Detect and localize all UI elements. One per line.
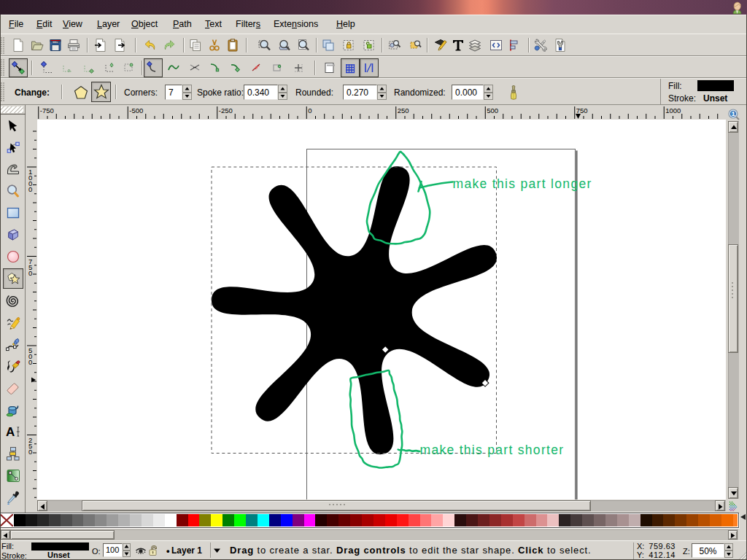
svg-text:-500: -500 bbox=[129, 106, 143, 114]
svg-text:0: 0 bbox=[28, 269, 32, 277]
svg-text:0: 0 bbox=[28, 358, 32, 366]
svg-text:make this part longer: make this part longer bbox=[453, 176, 592, 191]
svg-text:1: 1 bbox=[732, 110, 735, 117]
svg-text:750: 750 bbox=[576, 106, 588, 114]
svg-text:250: 250 bbox=[398, 106, 409, 114]
svg-text:0: 0 bbox=[28, 448, 32, 456]
svg-text:0: 0 bbox=[308, 106, 311, 114]
svg-text:1000: 1000 bbox=[665, 106, 681, 114]
svg-text:-750: -750 bbox=[40, 106, 54, 114]
svg-text:make this part shorter: make this part shorter bbox=[420, 443, 565, 457]
svg-text:A: A bbox=[6, 425, 15, 439]
svg-text:500: 500 bbox=[487, 106, 498, 114]
svg-text:-250: -250 bbox=[219, 106, 233, 114]
svg-text:0: 0 bbox=[28, 185, 32, 193]
